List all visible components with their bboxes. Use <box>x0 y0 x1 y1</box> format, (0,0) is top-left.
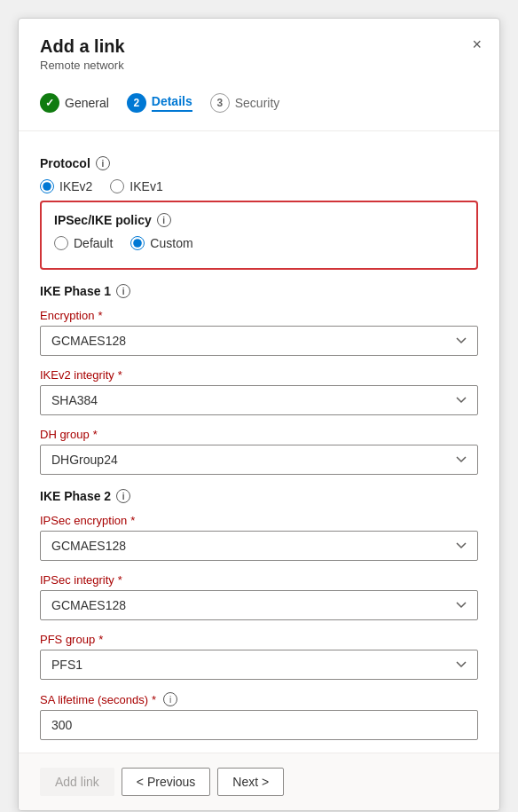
sa-lifetime-input[interactable] <box>40 710 478 740</box>
integrity-field: IKEv2 integrity * SHA384 SHA256 MD5 <box>40 368 478 415</box>
policy-box: IPSec/IKE policy i Default Custom <box>40 201 478 270</box>
pfs-group-label: PFS group * <box>40 633 478 646</box>
dh-group-dropdown[interactable]: DHGroup24 DHGroup14 DHGroup2048 ECP256 <box>40 445 478 475</box>
steps-nav: ✓ General 2 Details 3 Security <box>19 83 499 127</box>
step-details[interactable]: 2 Details <box>127 93 192 113</box>
protocol-ikev1-label: IKEv1 <box>130 179 162 193</box>
protocol-ikev2-radio[interactable] <box>40 179 54 193</box>
previous-button[interactable]: < Previous <box>122 768 211 796</box>
policy-default-option[interactable]: Default <box>54 236 113 250</box>
step-general[interactable]: ✓ General <box>40 93 109 113</box>
integrity-dropdown[interactable]: SHA384 SHA256 MD5 <box>40 385 478 415</box>
policy-info-icon[interactable]: i <box>157 213 171 227</box>
policy-radio-group: Default Custom <box>54 236 464 250</box>
protocol-ikev1-radio[interactable] <box>110 179 124 193</box>
protocol-ikev2-option[interactable]: IKEv2 <box>40 179 92 193</box>
close-button[interactable]: × <box>468 33 485 56</box>
ipsec-encryption-field: IPSec encryption * GCMAES128 GCMAES256 A… <box>40 514 478 561</box>
dialog-title: Add a link <box>40 36 478 57</box>
step-security-circle: 3 <box>210 93 230 113</box>
encryption-label: Encryption * <box>40 309 478 322</box>
ike-phase1-header: IKE Phase 1 i <box>40 284 478 298</box>
step-security[interactable]: 3 Security <box>210 93 280 113</box>
policy-custom-label: Custom <box>150 236 192 250</box>
policy-default-label: Default <box>74 236 113 250</box>
ike-phase1-label: IKE Phase 1 <box>40 284 111 298</box>
ike-phase2-label: IKE Phase 2 <box>40 489 111 503</box>
step-security-label: Security <box>235 96 280 110</box>
protocol-label: Protocol <box>40 156 90 170</box>
ike-phase2-header: IKE Phase 2 i <box>40 489 478 503</box>
protocol-radio-group: IKEv2 IKEv1 <box>40 179 478 193</box>
ike-phase2-info-icon[interactable]: i <box>116 489 130 503</box>
step-details-circle: 2 <box>127 93 146 113</box>
protocol-info-icon[interactable]: i <box>96 156 110 170</box>
step-general-circle: ✓ <box>40 93 59 113</box>
protocol-ikev1-option[interactable]: IKEv1 <box>110 179 162 193</box>
pfs-group-dropdown[interactable]: PFS1 PFS2 PFS14 PFS24 None <box>40 650 478 680</box>
dialog-subtitle: Remote network <box>40 59 478 72</box>
policy-section: IPSec/IKE policy i <box>54 213 464 227</box>
policy-default-radio[interactable] <box>54 236 68 250</box>
sa-lifetime-field: SA lifetime (seconds) * i <box>40 692 478 740</box>
dialog-footer: Add link < Previous Next > <box>19 753 499 810</box>
encryption-field: Encryption * GCMAES128 GCMAES256 AES256 … <box>40 309 478 356</box>
pfs-group-field: PFS group * PFS1 PFS2 PFS14 PFS24 None <box>40 633 478 680</box>
protocol-ikev2-label: IKEv2 <box>59 179 92 193</box>
dialog-header: Add a link Remote network × <box>19 19 499 83</box>
ipsec-integrity-label: IPSec integrity * <box>40 573 478 587</box>
add-link-button[interactable]: Add link <box>40 768 114 796</box>
ipsec-encryption-dropdown[interactable]: GCMAES128 GCMAES256 AES256 None <box>40 531 478 561</box>
ipsec-encryption-label: IPSec encryption * <box>40 514 478 527</box>
step-general-label: General <box>65 96 109 110</box>
add-link-dialog: Add a link Remote network × ✓ General 2 … <box>18 18 500 811</box>
next-button[interactable]: Next > <box>217 768 284 796</box>
sa-lifetime-label: SA lifetime (seconds) * i <box>40 692 478 706</box>
encryption-dropdown[interactable]: GCMAES128 GCMAES256 AES256 AES128 <box>40 326 478 356</box>
integrity-label: IKEv2 integrity * <box>40 368 478 382</box>
dh-group-label: DH group * <box>40 428 478 441</box>
ike-phase1-info-icon[interactable]: i <box>116 284 130 298</box>
step-details-label: Details <box>152 94 192 112</box>
sa-lifetime-info-icon[interactable]: i <box>163 692 177 706</box>
policy-label: IPSec/IKE policy <box>54 213 152 227</box>
protocol-section: Protocol i <box>40 156 478 170</box>
ipsec-integrity-field: IPSec integrity * GCMAES128 GCMAES256 SH… <box>40 573 478 620</box>
dh-group-field: DH group * DHGroup24 DHGroup14 DHGroup20… <box>40 428 478 475</box>
form-body: Protocol i IKEv2 IKEv1 IPSec/IKE policy … <box>19 142 499 753</box>
policy-custom-radio[interactable] <box>130 236 145 250</box>
ipsec-integrity-dropdown[interactable]: GCMAES128 GCMAES256 SHA256 None <box>40 590 478 620</box>
header-divider <box>19 130 499 131</box>
policy-custom-option[interactable]: Custom <box>130 236 192 250</box>
